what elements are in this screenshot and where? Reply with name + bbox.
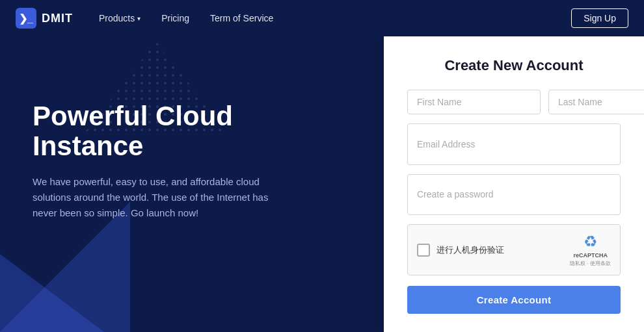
nav-tos-label: Term of Service [210, 13, 273, 23]
name-row [407, 90, 621, 114]
email-input[interactable] [407, 123, 621, 165]
chevron-down-icon: ▾ [137, 15, 141, 22]
recaptcha-icon: ♻ [584, 233, 598, 251]
hero-title-line2: Instance [33, 131, 143, 161]
logo[interactable]: ❯_ DMIT [16, 8, 73, 29]
nav-pricing[interactable]: Pricing [161, 13, 189, 23]
hero-title: Powerful Cloud Instance [33, 101, 358, 161]
nav-products-label: Products [99, 13, 135, 23]
nav-products[interactable]: Products ▾ [99, 13, 141, 23]
recaptcha-label: 进行人机身份验证 [436, 244, 504, 256]
main-content: Powerful Cloud Instance We have powerful… [0, 36, 644, 332]
hero-description: We have powerful, easy to use, and affor… [33, 174, 280, 221]
navbar: ❯_ DMIT Products ▾ Pricing Term of Servi… [0, 0, 644, 36]
logo-icon: ❯_ [16, 8, 36, 29]
nav-tos[interactable]: Term of Service [210, 13, 273, 23]
hero-title-line1: Powerful Cloud [33, 101, 233, 131]
first-name-input[interactable] [407, 90, 541, 114]
signup-button[interactable]: Sign Up [571, 8, 628, 28]
nav-pricing-label: Pricing [161, 13, 189, 23]
recaptcha-widget[interactable]: 进行人机身份验证 ♻ reCAPTCHA 隐私权 · 使用条款 [407, 224, 621, 275]
form-title: Create New Account [444, 57, 583, 74]
nav-links: Products ▾ Pricing Term of Service [99, 13, 571, 23]
logo-text: DMIT [42, 12, 73, 25]
create-account-button[interactable]: Create Account [407, 286, 621, 314]
last-name-input[interactable] [548, 90, 644, 114]
recaptcha-privacy-text: 隐私权 · 使用条款 [570, 260, 611, 267]
signup-form-panel: Create New Account 进行人机身份验证 ♻ reCAPTCHA … [384, 36, 644, 332]
recaptcha-brand-text: reCAPTCHA [573, 252, 608, 259]
password-input[interactable] [407, 174, 621, 216]
recaptcha-logo: ♻ reCAPTCHA 隐私权 · 使用条款 [570, 233, 611, 267]
hero-section: Powerful Cloud Instance We have powerful… [0, 36, 384, 332]
recaptcha-left: 进行人机身份验证 [417, 244, 504, 257]
recaptcha-checkbox[interactable] [417, 244, 430, 257]
